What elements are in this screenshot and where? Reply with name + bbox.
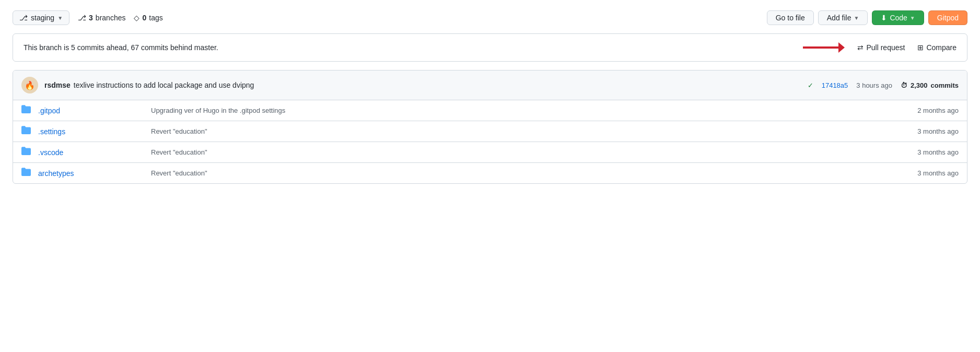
file-name[interactable]: .vscode bbox=[38, 148, 143, 157]
folder-icon bbox=[21, 167, 38, 179]
branch-selector[interactable]: ⎇ staging ▼ bbox=[13, 10, 69, 25]
folder-icon bbox=[21, 125, 38, 137]
file-time: 3 months ago bbox=[917, 127, 959, 135]
tags-link[interactable]: ◇ 0 tags bbox=[134, 14, 162, 22]
file-name[interactable]: archetypes bbox=[38, 169, 143, 178]
commit-info: rsdmse texlive instructions to add local… bbox=[44, 81, 801, 89]
chevron-down-icon: ▼ bbox=[854, 15, 859, 21]
tags-count: 0 bbox=[142, 14, 146, 22]
file-time: 2 months ago bbox=[917, 107, 959, 114]
branches-count: 3 bbox=[89, 14, 93, 22]
status-message: This branch is 5 commits ahead, 67 commi… bbox=[24, 43, 218, 52]
commit-hash-link[interactable]: 17418a5 bbox=[822, 81, 848, 89]
status-actions: ⇄ Pull request ⊞ Compare bbox=[803, 41, 956, 54]
folder-icon bbox=[21, 104, 38, 116]
file-list: .gitpod Upgrading ver of Hugo in the .gi… bbox=[13, 100, 967, 183]
commit-header: 🔥 rsdmse texlive instructions to add loc… bbox=[13, 71, 967, 100]
toolbar-right: Go to file Add file ▼ ⬇ Code ▼ Gitpod bbox=[767, 10, 967, 25]
arrow-indicator bbox=[803, 41, 845, 54]
red-arrow-icon bbox=[803, 41, 845, 54]
file-name[interactable]: .settings bbox=[38, 127, 143, 136]
branches-label: branches bbox=[96, 14, 126, 22]
file-browser: 🔥 rsdmse texlive instructions to add loc… bbox=[13, 70, 967, 184]
table-row: .vscode Revert "education" 3 months ago bbox=[13, 142, 967, 163]
file-commit-message: Revert "education" bbox=[143, 148, 917, 156]
check-status: ✓ bbox=[808, 81, 813, 89]
tag-icon: ◇ bbox=[134, 14, 139, 22]
status-bar: This branch is 5 commits ahead, 67 commi… bbox=[13, 33, 967, 62]
chevron-down-icon: ▼ bbox=[57, 15, 63, 21]
chevron-down-icon: ▼ bbox=[910, 15, 915, 21]
table-row: archetypes Revert "education" 3 months a… bbox=[13, 163, 967, 183]
folder-icon bbox=[21, 146, 38, 158]
branch-meta-icon: ⎇ bbox=[78, 14, 86, 22]
file-commit-message: Revert "education" bbox=[143, 169, 917, 177]
pull-request-link[interactable]: ⇄ Pull request bbox=[857, 43, 905, 52]
file-time: 3 months ago bbox=[917, 148, 959, 156]
toolbar: ⎇ staging ▼ ⎇ 3 branches ◇ 0 tags Go to … bbox=[13, 10, 967, 25]
gitpod-button[interactable]: Gitpod bbox=[928, 10, 967, 25]
branch-icon: ⎇ bbox=[19, 14, 28, 22]
table-row: .gitpod Upgrading ver of Hugo in the .gi… bbox=[13, 100, 967, 121]
pull-request-icon: ⇄ bbox=[857, 43, 864, 52]
file-time: 3 months ago bbox=[917, 169, 959, 177]
add-file-button[interactable]: Add file ▼ bbox=[818, 10, 868, 25]
file-commit-message: Upgrading ver of Hugo in the .gitpod set… bbox=[143, 107, 917, 114]
go-to-file-button[interactable]: Go to file bbox=[767, 10, 814, 25]
commit-meta: ✓ 17418a5 3 hours ago ⏱ 2,300 commits bbox=[808, 81, 959, 89]
file-commit-message: Revert "education" bbox=[143, 127, 917, 135]
branch-meta: ⎇ 3 branches ◇ 0 tags bbox=[78, 14, 163, 22]
commit-message: texlive instructions to add local packag… bbox=[74, 81, 254, 89]
history-icon: ⏱ bbox=[901, 81, 907, 89]
download-icon: ⬇ bbox=[881, 14, 887, 22]
compare-icon: ⊞ bbox=[917, 43, 924, 52]
branches-link[interactable]: ⎇ 3 branches bbox=[78, 14, 125, 22]
file-name[interactable]: .gitpod bbox=[38, 107, 143, 115]
commits-count-link[interactable]: ⏱ 2,300 commits bbox=[901, 81, 959, 89]
tags-label: tags bbox=[149, 14, 162, 22]
commit-author[interactable]: rsdmse bbox=[44, 81, 71, 89]
code-button[interactable]: ⬇ Code ▼ bbox=[872, 10, 924, 25]
branch-name: staging bbox=[31, 14, 54, 22]
compare-link[interactable]: ⊞ Compare bbox=[917, 43, 956, 52]
avatar: 🔥 bbox=[21, 77, 38, 93]
commit-time: 3 hours ago bbox=[856, 81, 892, 89]
table-row: .settings Revert "education" 3 months ag… bbox=[13, 121, 967, 142]
